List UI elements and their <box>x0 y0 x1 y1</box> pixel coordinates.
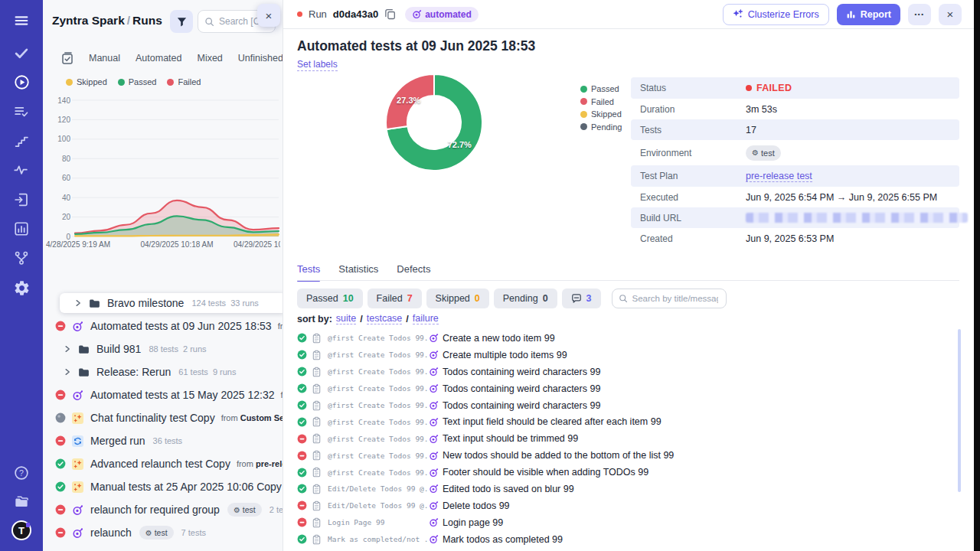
detail-value: Jun 9, 2025 6:53 PM <box>746 233 834 244</box>
tab[interactable]: Statistics <box>338 263 378 279</box>
runs-type-tab[interactable]: Unfinished <box>238 53 283 64</box>
test-row[interactable]: @first Create Todos 99... Footer should … <box>283 464 960 481</box>
run-list-item[interactable]: Automated tests at 09 Jun 2025 18:53 fro… <box>43 315 283 337</box>
sidebar-item-plans[interactable] <box>12 103 31 121</box>
tests-search-input[interactable] <box>632 294 718 303</box>
clipboard-icon <box>312 517 322 528</box>
run-list-item[interactable]: Bravo milestone 124 tests 33 runs <box>60 293 283 313</box>
filter-count: 7 <box>407 293 413 304</box>
list-check-icon <box>13 103 30 120</box>
test-row[interactable]: @first Create Todos 99... Todos containi… <box>283 397 960 414</box>
sort-link[interactable]: suite <box>336 313 356 324</box>
test-row[interactable]: Edit/Delete Todos 99 @... Edited todo is… <box>283 481 960 497</box>
automated-badge[interactable]: automated <box>405 7 479 22</box>
run-list-item[interactable]: Merged run 36 tests <box>43 429 283 452</box>
sort-separator: / <box>360 314 362 324</box>
more-actions-button[interactable]: ••• <box>908 4 931 25</box>
legend-dot <box>580 123 587 130</box>
filter-pill[interactable]: Skipped 0 <box>426 289 489 308</box>
clipboard-icon <box>312 350 322 360</box>
account-logo[interactable]: T <box>11 520 31 540</box>
sort-link[interactable]: failure <box>413 313 439 324</box>
test-status-icon <box>297 350 307 360</box>
test-row[interactable]: Mark as completed/not ... Mark todos as … <box>283 531 960 548</box>
test-row[interactable]: @first Create Todos 99... Create multipl… <box>283 347 960 364</box>
tab[interactable]: Defects <box>397 263 430 279</box>
filter-pill[interactable]: Pending 0 <box>494 289 557 308</box>
copy-run-id-icon[interactable] <box>384 8 396 20</box>
filter-pill[interactable]: Failed 7 <box>368 289 422 308</box>
run-list-item[interactable]: Release: Rerun 61 tests 9 runs <box>43 360 283 383</box>
legend-dot <box>580 98 587 105</box>
report-button[interactable]: Report <box>837 4 900 25</box>
sidebar-item-runs[interactable] <box>12 73 31 91</box>
test-status-icon <box>297 517 307 527</box>
test-filters: Passed 10 Failed 7 Skipped 0 Pending 0 3 <box>297 289 727 308</box>
test-row[interactable]: Edit/Delete Todos 99 @... Delete todos 9… <box>283 497 960 514</box>
run-list-item[interactable]: Advanced relaunch test Copy from pre-rel… <box>43 452 283 475</box>
detail-text: 17 <box>746 125 756 135</box>
project-name[interactable]: Zyntra Spark <box>52 14 125 27</box>
automated-icon <box>429 534 439 544</box>
tab[interactable]: Tests <box>297 263 320 279</box>
sort-link[interactable]: testcase <box>367 313 403 324</box>
tests-scrollbar-thumb[interactable] <box>958 329 961 492</box>
set-labels-link[interactable]: Set labels <box>297 59 338 71</box>
sidebar-item-import[interactable] <box>12 191 31 209</box>
tests-search[interactable] <box>612 289 727 308</box>
window-scrollbar-track[interactable] <box>974 0 980 551</box>
filter-pill[interactable]: Passed 10 <box>297 289 363 308</box>
sidebar-item-tests[interactable] <box>12 44 31 62</box>
test-row[interactable]: @first Create Todos 99... Todos containi… <box>283 380 960 397</box>
run-list-item[interactable]: relaunch ⚙test 7 tests <box>43 521 283 544</box>
chevron-right-icon[interactable] <box>63 344 72 354</box>
panel-close-button[interactable]: × <box>257 4 280 27</box>
test-row[interactable]: @first Create Todos 99... New todos shou… <box>283 447 960 464</box>
run-list-item[interactable]: Manual tests at 25 Apr 2025 10:06 Copy f… <box>43 475 283 498</box>
run-list-item[interactable]: Automated tests at 15 May 2025 12:32 fro… <box>43 383 283 406</box>
projects-button[interactable] <box>12 492 31 510</box>
menu-button[interactable] <box>12 11 31 30</box>
svg-text:60: 60 <box>62 174 71 182</box>
test-plan-link[interactable]: pre-release test <box>746 171 812 182</box>
status-value: FAILED <box>746 83 792 93</box>
runs-type-tab[interactable]: Automated <box>136 53 181 64</box>
run-list-item[interactable]: Build 981 88 tests 2 runs <box>43 337 283 360</box>
chevron-right-icon[interactable] <box>74 298 83 308</box>
filter-pill[interactable]: 3 <box>562 289 601 308</box>
chevron-right-icon[interactable] <box>63 367 72 377</box>
sidebar-item-branches[interactable] <box>12 249 31 267</box>
sidebar-item-reports[interactable] <box>12 220 31 238</box>
run-list-item[interactable]: relaunch for required group ⚙test 2 test… <box>43 498 283 521</box>
test-row[interactable]: @first Create Todos 99... Text input fie… <box>283 413 960 430</box>
legend-item: Passed <box>118 77 157 86</box>
runs-type-tab[interactable]: Mixed <box>197 53 222 64</box>
test-status-icon <box>297 333 307 343</box>
run-type-icon <box>72 435 83 447</box>
gear-icon <box>13 279 31 297</box>
test-row[interactable]: @first Create Todos 99... Text input sho… <box>283 430 960 447</box>
sidebar-item-analytics[interactable] <box>12 161 31 179</box>
automated-icon <box>429 367 439 377</box>
sidebar-item-settings[interactable] <box>12 279 31 297</box>
test-title: Todos containing weird characters 99 <box>443 383 600 394</box>
close-run-button[interactable]: × <box>939 4 962 25</box>
test-row[interactable]: @first Create Todos 99... Todos containi… <box>283 364 960 380</box>
runs-type-tab[interactable]: Manual <box>89 53 120 64</box>
clusterize-errors-button[interactable]: Clusterize Errors <box>723 4 829 25</box>
test-row[interactable]: @first Create Todos 99... Create a new t… <box>283 330 960 347</box>
run-list-item[interactable]: Chat functinality test Copy from Custom … <box>43 406 283 429</box>
sidebar-item-milestones[interactable] <box>12 132 31 150</box>
funnel-icon <box>176 16 188 28</box>
help-button[interactable]: ? <box>12 464 31 482</box>
filter-button[interactable] <box>170 10 193 33</box>
svg-text:20: 20 <box>62 213 71 221</box>
breadcrumb-separator: / <box>125 14 132 27</box>
results-donut-chart: 72.7%27.3% <box>381 69 488 176</box>
test-row[interactable]: Login Page 99 Login page 99 <box>283 514 960 531</box>
select-runs-icon[interactable] <box>61 52 74 64</box>
detail-value: pre-release test <box>746 171 812 182</box>
run-label: Run <box>309 8 327 20</box>
test-suite: @first Create Todos 99... <box>328 418 429 426</box>
run-name: Merged run <box>90 435 145 447</box>
